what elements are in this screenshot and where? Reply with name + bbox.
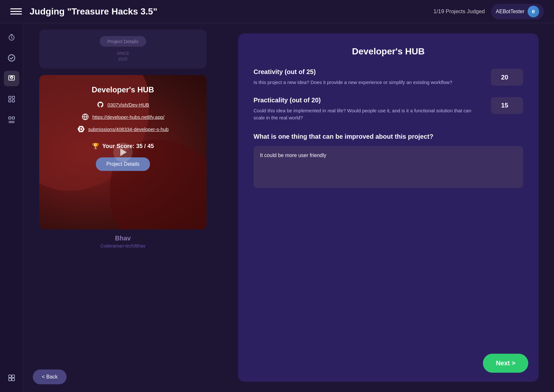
svg-rect-5 (12, 96, 14, 98)
website-link-row[interactable]: https://developer-hubs.netlify.app/ (81, 113, 164, 121)
back-button[interactable]: < Back (33, 369, 67, 384)
right-panel: Developer's HUB Creativity (out of 25) I… (223, 23, 554, 392)
svg-rect-4 (9, 96, 11, 98)
svg-rect-7 (12, 100, 14, 102)
next-btn-container: Next > (483, 354, 528, 373)
svg-rect-6 (9, 100, 11, 102)
svg-rect-12 (9, 378, 11, 381)
svg-point-3 (11, 77, 13, 79)
submitter-handle: Coderaman-tech/Bhav (39, 243, 207, 248)
next-button[interactable]: Next > (483, 354, 528, 373)
svg-rect-13 (12, 378, 14, 381)
github-link-row[interactable]: 0307Vish/Dev-HUB (97, 101, 149, 108)
website-link-text: https://developer-hubs.netlify.app/ (92, 114, 164, 120)
svg-rect-10 (9, 375, 11, 378)
improvement-textarea[interactable] (254, 146, 523, 188)
faded-dates: SINCE 2025 (47, 51, 199, 62)
header-right: 1/19 Projects Judged AEBotTester e (433, 4, 544, 19)
menu-icon[interactable] (10, 6, 22, 17)
page-title: Judging "Treasure Hacks 3.5" (30, 6, 433, 17)
criterion-creativity-input[interactable] (491, 69, 523, 86)
judged-count: 1/19 Projects Judged (433, 8, 485, 15)
criterion-practicality-section: Practicality (out of 20) Could this idea… (254, 97, 483, 122)
svg-rect-8 (9, 117, 11, 119)
criterion-creativity-desc: Is this project a new idea? Does it prov… (254, 79, 483, 86)
sidebar (0, 23, 23, 392)
sidebar-item-dashboard[interactable] (4, 370, 19, 386)
svg-rect-9 (12, 117, 14, 119)
criterion-row-creativity: Creativity (out of 25) Is this project a… (254, 68, 523, 86)
play-button[interactable] (113, 143, 133, 162)
username: AEBotTester (496, 9, 524, 14)
svg-rect-11 (12, 375, 14, 378)
avatar: e (528, 6, 539, 17)
project-title: Developer's HUB (92, 85, 154, 94)
main-layout: Project Details SINCE 2025 Developer's H… (0, 23, 554, 392)
faded-project-details-button[interactable]: Project Details (100, 36, 146, 47)
faded-card: Project Details SINCE 2025 (39, 30, 207, 69)
github-icon (97, 101, 104, 108)
submitter-name: Bhav (39, 235, 207, 242)
sidebar-item-grid[interactable] (4, 91, 19, 107)
svg-point-1 (8, 55, 15, 61)
criterion-creativity-section: Creativity (out of 25) Is this project a… (254, 68, 483, 86)
sidebar-item-layout[interactable] (4, 112, 19, 127)
sidebar-item-preview[interactable] (4, 71, 19, 86)
criterion-practicality-input[interactable] (491, 97, 523, 114)
criterion-practicality-label: Practicality (out of 20) (254, 97, 483, 104)
user-profile[interactable]: AEBotTester e (491, 4, 544, 19)
scoring-card-title: Developer's HUB (254, 46, 523, 57)
submission-link-row[interactable]: submissions/408334-developer-s-hub (77, 125, 169, 133)
sidebar-item-check[interactable] (4, 50, 19, 66)
submission-link-text: submissions/408334-developer-s-hub (88, 126, 169, 132)
content-area: Project Details SINCE 2025 Developer's H… (23, 23, 554, 392)
improvement-section: What is one thing that can be improved a… (254, 132, 523, 189)
github-link-text: 0307Vish/Dev-HUB (107, 102, 149, 107)
devpost-icon (77, 125, 85, 133)
criterion-practicality-desc: Could this idea be implemented in real l… (254, 107, 483, 122)
globe-icon (81, 113, 89, 121)
criterion-creativity-label: Creativity (out of 25) (254, 68, 483, 76)
trophy-icon: 🏆 (92, 143, 99, 150)
project-card: Developer's HUB 0307Vish/Dev-HUB (39, 75, 207, 229)
sidebar-item-timer[interactable] (4, 30, 19, 45)
criterion-row-practicality: Practicality (out of 20) Could this idea… (254, 97, 523, 122)
scoring-card: Developer's HUB Creativity (out of 25) I… (238, 33, 539, 382)
below-card-info: Bhav Coderaman-tech/Bhav (39, 235, 207, 248)
header: Judging "Treasure Hacks 3.5" 1/19 Projec… (0, 0, 554, 23)
nav-buttons-left: < Back (33, 369, 67, 384)
improvement-label: What is one thing that can be improved a… (254, 132, 523, 141)
play-triangle-icon (120, 148, 127, 156)
left-panel: Project Details SINCE 2025 Developer's H… (23, 23, 223, 392)
